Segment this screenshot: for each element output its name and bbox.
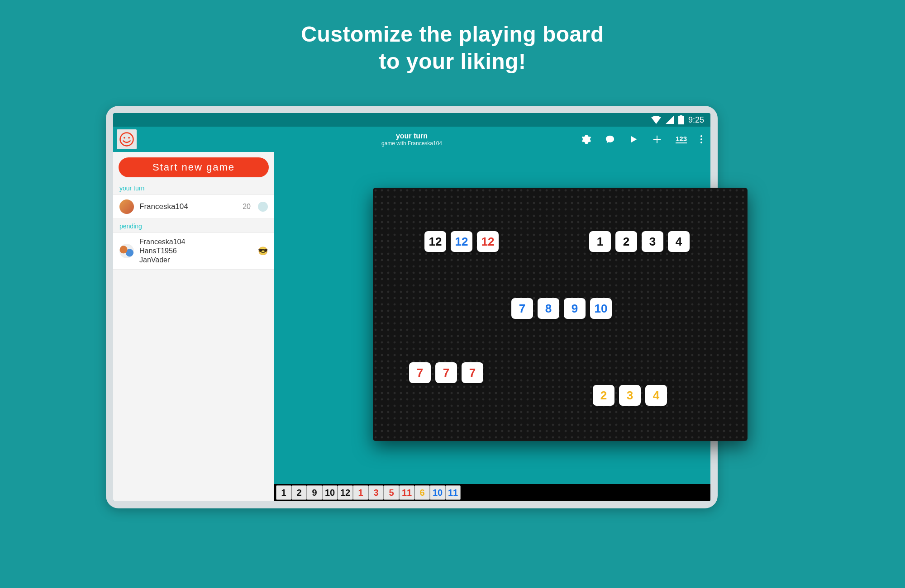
chat-icon[interactable] bbox=[605, 134, 615, 144]
group-avatar bbox=[119, 244, 134, 258]
rack-tile[interactable]: 1 bbox=[276, 485, 291, 500]
rack-tile[interactable]: 9 bbox=[307, 485, 322, 500]
board-tile[interactable]: 4 bbox=[668, 231, 690, 252]
board-tile[interactable]: 3 bbox=[619, 385, 641, 406]
svg-rect-0 bbox=[678, 116, 684, 124]
appbar-title: your turn bbox=[381, 132, 442, 140]
section-your-turn-label: your turn bbox=[113, 181, 274, 194]
section-pending-label: pending bbox=[113, 219, 274, 232]
pending-player-0: Franceska104 bbox=[139, 237, 252, 247]
wifi-icon bbox=[651, 116, 661, 124]
svg-point-2 bbox=[120, 133, 133, 146]
rack-tile[interactable]: 10 bbox=[322, 485, 338, 500]
appbar-title-block: your turn game with Franceska104 bbox=[381, 132, 442, 147]
board-tile[interactable]: 12 bbox=[424, 231, 446, 252]
marketing-headline: Customize the playing board to your liki… bbox=[0, 0, 905, 75]
settings-icon[interactable] bbox=[581, 134, 591, 144]
signal-icon bbox=[666, 116, 674, 124]
opponent-name: Franceska104 bbox=[139, 202, 237, 211]
headline-line-1: Customize the playing board bbox=[0, 21, 905, 48]
pending-players: Franceska104 HansT1956 JanVader bbox=[139, 237, 252, 265]
your-turn-game-row[interactable]: Franceska104 20 bbox=[113, 194, 274, 219]
board-tile[interactable]: 4 bbox=[645, 385, 667, 406]
board-tile[interactable]: 12 bbox=[451, 231, 472, 252]
board-tile[interactable]: 9 bbox=[564, 298, 586, 319]
app-logo[interactable] bbox=[117, 129, 137, 149]
play-icon[interactable] bbox=[629, 134, 638, 144]
cool-emoji-icon: 😎 bbox=[258, 246, 268, 256]
rack-tile[interactable]: 6 bbox=[414, 485, 430, 500]
plus-icon[interactable] bbox=[652, 134, 662, 144]
android-status-bar: 9:25 bbox=[113, 113, 710, 127]
board-tile[interactable]: 8 bbox=[538, 298, 559, 319]
pending-player-2: JanVader bbox=[139, 256, 252, 265]
turn-indicator-icon bbox=[258, 202, 268, 212]
rack-tile[interactable]: 2 bbox=[291, 485, 307, 500]
rack-tile[interactable]: 5 bbox=[384, 485, 399, 500]
pending-game-row[interactable]: Franceska104 HansT1956 JanVader 😎 bbox=[113, 232, 274, 270]
board-tile[interactable]: 3 bbox=[642, 231, 663, 252]
rack-tile[interactable]: 11 bbox=[399, 485, 414, 500]
rack-tile[interactable]: 12 bbox=[338, 485, 353, 500]
app-bar: your turn game with Franceska104 123 bbox=[113, 127, 710, 152]
board-tile[interactable]: 2 bbox=[593, 385, 614, 406]
start-new-game-button[interactable]: Start new game bbox=[119, 157, 269, 177]
board-tile[interactable]: 7 bbox=[462, 362, 483, 383]
board-tile[interactable]: 7 bbox=[435, 362, 457, 383]
board-tile[interactable]: 12 bbox=[477, 231, 499, 252]
overflow-menu-icon[interactable] bbox=[700, 135, 702, 143]
game-score: 20 bbox=[243, 203, 251, 211]
appbar-actions: 123 bbox=[581, 134, 710, 144]
battery-icon bbox=[678, 115, 684, 124]
rack-tile[interactable]: 10 bbox=[430, 485, 445, 500]
headline-line-2: to your liking! bbox=[0, 48, 905, 75]
rack-tile[interactable]: 3 bbox=[368, 485, 384, 500]
svg-point-4 bbox=[128, 137, 130, 139]
tile-rack[interactable]: 12910121351161011 bbox=[274, 484, 710, 501]
board-tile[interactable]: 7 bbox=[409, 362, 431, 383]
board-tile[interactable]: 2 bbox=[615, 231, 637, 252]
board-tile[interactable]: 7 bbox=[511, 298, 533, 319]
appbar-subtitle: game with Franceska104 bbox=[381, 140, 442, 147]
board-tile[interactable]: 10 bbox=[590, 298, 612, 319]
avatar bbox=[119, 199, 134, 214]
rack-tile[interactable]: 1 bbox=[353, 485, 368, 500]
game-board[interactable]: 121212123478910777234 bbox=[373, 188, 748, 441]
svg-rect-1 bbox=[680, 115, 682, 117]
sort-123-button[interactable]: 123 bbox=[676, 135, 687, 143]
svg-point-3 bbox=[124, 137, 125, 139]
pending-player-1: HansT1956 bbox=[139, 247, 252, 256]
rack-tile[interactable]: 11 bbox=[445, 485, 461, 500]
sidebar: Start new game your turn Franceska104 20… bbox=[113, 152, 274, 501]
board-tile[interactable]: 1 bbox=[589, 231, 611, 252]
status-time: 9:25 bbox=[688, 115, 704, 125]
